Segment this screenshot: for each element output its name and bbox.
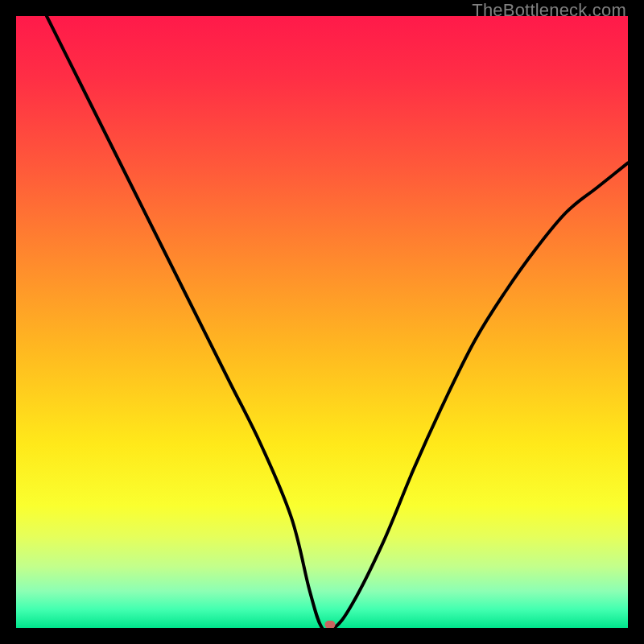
bottleneck-curve [16, 16, 628, 628]
optimal-point-marker [324, 621, 335, 628]
plot-area [16, 16, 628, 628]
chart-frame: TheBottleneck.com [0, 0, 644, 644]
attribution-label: TheBottleneck.com [472, 0, 626, 21]
